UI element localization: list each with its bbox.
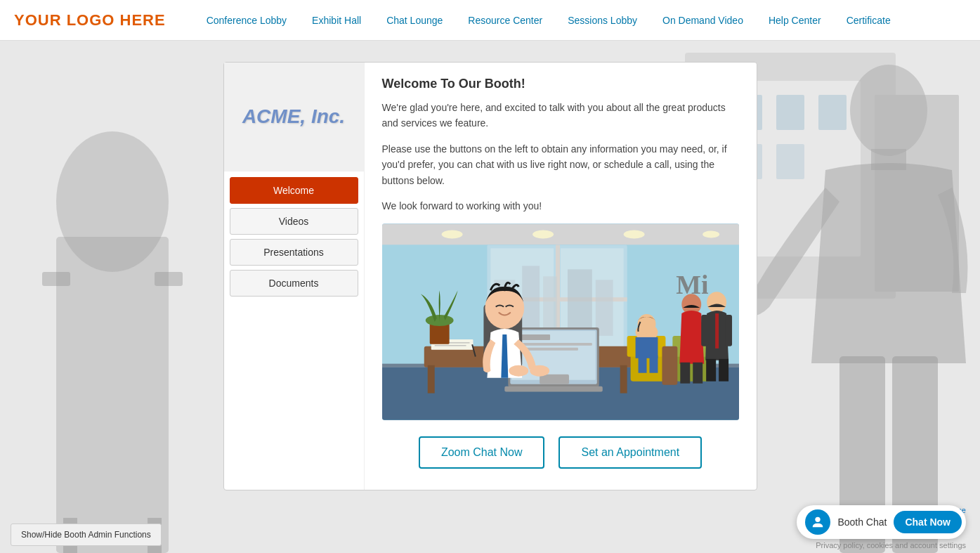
nav-item-sessions-lobby[interactable]: Sessions Lobby bbox=[555, 0, 650, 41]
zoom-chat-button[interactable]: Zoom Chat Now bbox=[419, 436, 545, 469]
nav-link-sessions-lobby[interactable]: Sessions Lobby bbox=[555, 0, 650, 41]
nav-item-on-demand-video[interactable]: On Demand Video bbox=[650, 0, 756, 41]
svg-rect-54 bbox=[504, 386, 602, 392]
svg-rect-71 bbox=[680, 363, 690, 384]
nav-item-exhibit-hall[interactable]: Exhibit Hall bbox=[299, 0, 374, 41]
site-logo: YOUR LOGO HERE bbox=[14, 11, 166, 30]
booth-actions: Zoom Chat Now Set an Appointment bbox=[382, 433, 739, 476]
svg-point-22 bbox=[533, 230, 554, 239]
documents-button[interactable]: Documents bbox=[230, 270, 358, 297]
svg-point-57 bbox=[509, 365, 528, 377]
svg-rect-41 bbox=[620, 365, 627, 393]
nav-item-conference-lobby[interactable]: Conference Lobby bbox=[194, 0, 299, 41]
svg-rect-72 bbox=[693, 363, 703, 384]
svg-rect-52 bbox=[515, 343, 592, 346]
chat-label-text: Booth Chat bbox=[837, 516, 887, 528]
svg-rect-40 bbox=[427, 365, 434, 393]
nav-link-conference-lobby[interactable]: Conference Lobby bbox=[194, 0, 299, 41]
svg-point-23 bbox=[623, 230, 644, 239]
booth-welcome-title: Welcome To Our Booth! bbox=[382, 77, 739, 91]
booth-paragraph-1: We're glad you're here, and excited to t… bbox=[382, 100, 739, 131]
nav-link-certificate[interactable]: Certificate bbox=[834, 0, 903, 41]
nav-item-help-center[interactable]: Help Center bbox=[756, 0, 834, 41]
nav-link-chat-lounge[interactable]: Chat Lounge bbox=[374, 0, 455, 41]
booth-paragraph-3: We look forward to working with you! bbox=[382, 198, 739, 214]
booth-paragraph-2: Please use the buttons on the left to ob… bbox=[382, 141, 739, 188]
svg-rect-74 bbox=[715, 313, 719, 349]
nav-link-resource-center[interactable]: Resource Center bbox=[455, 0, 555, 41]
svg-point-21 bbox=[441, 230, 462, 239]
svg-point-67 bbox=[637, 314, 655, 334]
booth-scene-svg: Mi bbox=[382, 223, 739, 420]
svg-rect-66 bbox=[635, 337, 658, 358]
footer-bar: Show/Hide Booth Admin Functions bbox=[0, 516, 197, 553]
svg-rect-69 bbox=[649, 356, 658, 373]
svg-rect-75 bbox=[706, 359, 716, 382]
sidebar-nav: Welcome Videos Presentations Documents bbox=[224, 171, 364, 306]
presentations-button[interactable]: Presentations bbox=[230, 239, 358, 266]
svg-point-79 bbox=[816, 517, 821, 522]
chat-avatar-icon bbox=[805, 509, 830, 535]
admin-functions-button[interactable]: Show/Hide Booth Admin Functions bbox=[11, 523, 162, 546]
chat-sub-footer: Privacy policy, cookies and account sett… bbox=[816, 541, 966, 549]
nav-link-help-center[interactable]: Help Center bbox=[756, 0, 834, 41]
svg-rect-77 bbox=[701, 315, 708, 346]
set-appointment-button[interactable]: Set an Appointment bbox=[558, 436, 702, 469]
svg-point-24 bbox=[703, 231, 719, 238]
nav-item-chat-lounge[interactable]: Chat Lounge bbox=[374, 0, 455, 41]
svg-rect-76 bbox=[719, 359, 729, 382]
booth-company-logo: ACME, Inc. bbox=[235, 97, 352, 136]
booth-card: ACME, Inc. Welcome Videos Presentations … bbox=[223, 62, 757, 490]
nav-item-resource-center[interactable]: Resource Center bbox=[455, 0, 555, 41]
privacy-link[interactable]: Privacy policy, cookies and account sett… bbox=[816, 541, 966, 549]
videos-button[interactable]: Videos bbox=[230, 208, 358, 235]
svg-rect-20 bbox=[382, 224, 739, 245]
nav-links: Conference Lobby Exhibit Hall Chat Loung… bbox=[194, 0, 903, 41]
booth-illustration: Mi bbox=[382, 223, 739, 420]
top-navigation: YOUR LOGO HERE Conference Lobby Exhibit … bbox=[0, 0, 980, 41]
svg-point-73 bbox=[707, 292, 726, 313]
booth-logo-area: ACME, Inc. bbox=[224, 63, 364, 171]
svg-point-58 bbox=[530, 365, 549, 377]
nav-item-certificate[interactable]: Certificate bbox=[834, 0, 903, 41]
main-content: ACME, Inc. Welcome Videos Presentations … bbox=[0, 41, 980, 512]
svg-rect-64 bbox=[662, 346, 677, 385]
svg-rect-68 bbox=[638, 356, 646, 373]
booth-sidebar: ACME, Inc. Welcome Videos Presentations … bbox=[224, 63, 365, 490]
welcome-button[interactable]: Welcome bbox=[230, 177, 358, 204]
booth-main-content: Welcome To Our Booth! We're glad you're … bbox=[365, 63, 757, 490]
chat-now-button[interactable]: Chat Now bbox=[894, 511, 962, 533]
chat-widget: Booth Chat Chat Now bbox=[797, 505, 966, 539]
nav-link-on-demand-video[interactable]: On Demand Video bbox=[650, 0, 756, 41]
svg-rect-78 bbox=[725, 315, 732, 346]
nav-link-exhibit-hall[interactable]: Exhibit Hall bbox=[299, 0, 374, 41]
